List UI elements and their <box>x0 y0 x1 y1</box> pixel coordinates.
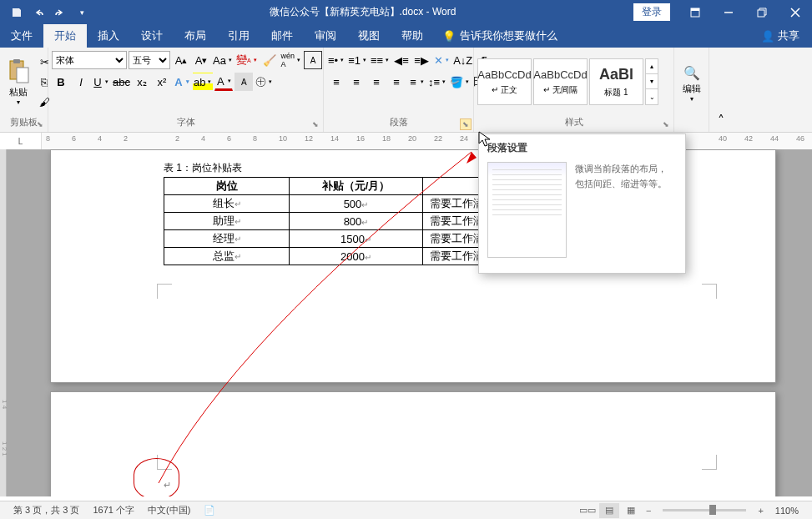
tab-design[interactable]: 设计 <box>130 24 174 48</box>
font-group: 宋体 五号 A▴ A▾ Aa 變A 🧹 wénA A B I U abc x₂ … <box>48 48 324 132</box>
tab-insert[interactable]: 插入 <box>87 24 130 48</box>
ribbon-tabs: 文件 开始 插入 设计 布局 引用 邮件 审阅 视图 帮助 💡 告诉我你想要做什… <box>0 24 812 48</box>
font-name-select[interactable]: 宋体 <box>52 51 127 69</box>
multilevel-list-button[interactable]: ≡≡ <box>370 51 391 69</box>
vertical-ruler[interactable]: 1 4 1 2 1 <box>0 149 7 496</box>
horizontal-ruler[interactable]: 8642246810121416182022244042444648 <box>42 133 812 149</box>
clipboard-launcher[interactable]: ⬊ <box>34 118 46 130</box>
ribbon-collapse-button[interactable]: ˄ <box>709 48 733 132</box>
align-right-button[interactable]: ≡ <box>367 73 386 91</box>
clear-formatting-button[interactable]: 🧹 <box>260 51 279 69</box>
line-spacing-button[interactable]: ↕≡ <box>427 73 447 91</box>
lightbulb-icon: 💡 <box>442 30 456 43</box>
style-scroll-down[interactable]: ▾ <box>646 74 658 89</box>
restore-button[interactable] <box>745 0 779 24</box>
tell-me-search[interactable]: 💡 告诉我你想要做什么 <box>434 28 557 43</box>
font-launcher[interactable]: ⬊ <box>310 118 321 130</box>
tab-mailings[interactable]: 邮件 <box>260 24 304 48</box>
document-table[interactable]: 表 1：岗位补贴表 岗位 补贴（元/月） 组长500需要工作满 助理800需要工… <box>164 161 507 265</box>
login-button[interactable]: 登录 <box>633 3 670 21</box>
window-controls: 登录 <box>633 0 812 24</box>
tab-view[interactable]: 视图 <box>347 24 391 48</box>
tab-references[interactable]: 引用 <box>217 24 260 48</box>
bold-button[interactable]: B <box>52 73 70 91</box>
align-center-button[interactable]: ≡ <box>347 73 366 91</box>
grow-font-button[interactable]: A▴ <box>172 51 190 69</box>
table-row: 总监2000需要工作满 <box>164 248 507 265</box>
clipboard-group: 粘贴 ▾ ✂ ⎘ 🖌 剪贴板 ⬊ <box>0 48 48 132</box>
italic-button[interactable]: I <box>72 73 90 91</box>
zoom-out-button[interactable]: − <box>643 506 654 516</box>
tab-selector[interactable]: L <box>0 133 42 149</box>
bullets-button[interactable]: ≡• <box>327 51 345 69</box>
character-shading-button[interactable]: A <box>235 73 253 91</box>
qat-customize-button[interactable]: ▾ <box>72 3 92 23</box>
highlight-button[interactable]: ab <box>193 73 213 91</box>
style-no-spacing[interactable]: AaBbCcDd ↵ 无间隔 <box>533 58 588 105</box>
font-size-select[interactable]: 五号 <box>129 51 170 69</box>
web-layout-button[interactable]: ▦ <box>621 503 641 518</box>
page-count[interactable]: 第 3 页，共 3 页 <box>7 504 86 516</box>
track-changes-icon[interactable]: 📄 <box>197 505 222 516</box>
redo-button[interactable] <box>50 3 70 23</box>
print-layout-button[interactable]: ▤ <box>599 503 619 518</box>
document-area[interactable]: 1 4 1 2 1 表 1：岗位补贴表 岗位 补贴（元/月） 组长500需要工作… <box>0 149 812 496</box>
text-effects-button[interactable]: A <box>173 73 191 91</box>
paste-icon <box>5 58 32 84</box>
svg-rect-1 <box>691 8 699 11</box>
enclose-characters-button[interactable]: ㊉ <box>255 73 274 91</box>
find-button[interactable]: 🔍 <box>683 64 701 83</box>
justify-button[interactable]: ≡ <box>387 73 406 91</box>
font-color-button[interactable]: A <box>214 73 233 91</box>
language[interactable]: 中文(中国) <box>141 504 197 516</box>
zoom-slider-thumb[interactable] <box>709 505 716 515</box>
change-case-button[interactable]: Aa <box>212 51 234 69</box>
share-button[interactable]: 👤 共享 <box>749 24 812 48</box>
mouse-cursor-icon <box>478 131 492 148</box>
tab-layout[interactable]: 布局 <box>174 24 217 48</box>
word-count[interactable]: 1671 个字 <box>86 504 141 516</box>
tab-home[interactable]: 开始 <box>43 24 87 48</box>
tooltip-title: 段落设置 <box>487 141 677 155</box>
tab-file[interactable]: 文件 <box>0 24 43 48</box>
strikethrough-button[interactable]: abc <box>112 73 131 91</box>
save-button[interactable] <box>7 3 27 23</box>
tab-help[interactable]: 帮助 <box>391 24 434 48</box>
minimize-button[interactable] <box>712 0 745 24</box>
style-gallery[interactable]: AaBbCcDd ↵ 正文 AaBbCcDd ↵ 无间隔 AaBl 标题 1 ▴… <box>477 57 658 107</box>
zoom-in-button[interactable]: + <box>754 506 766 516</box>
character-border-button[interactable]: A <box>304 51 322 69</box>
paragraph-launcher[interactable]: ⬊ <box>460 118 472 130</box>
ribbon-display-options[interactable] <box>678 0 712 24</box>
zoom-level[interactable]: 110% <box>769 506 805 516</box>
zoom-slider[interactable] <box>663 509 746 511</box>
align-left-button[interactable]: ≡ <box>327 73 345 91</box>
numbering-button[interactable]: ≡1 <box>347 51 368 69</box>
subscript-button[interactable]: x₂ <box>133 73 151 91</box>
decrease-indent-button[interactable]: ◀≡ <box>392 51 411 69</box>
paste-button[interactable]: 粘贴 ▾ <box>3 56 33 108</box>
pinyin-button[interactable]: wénA <box>280 51 303 69</box>
editing-group: 🔍 编辑 ▾ <box>674 48 709 132</box>
shading-button[interactable]: 🪣 <box>449 73 471 91</box>
style-scroll-up[interactable]: ▴ <box>646 59 658 74</box>
sort-button[interactable]: A↓Z <box>452 51 473 69</box>
close-button[interactable] <box>779 0 812 24</box>
read-mode-button[interactable]: ▭▭ <box>577 503 598 518</box>
style-normal[interactable]: AaBbCcDd ↵ 正文 <box>477 58 532 105</box>
share-icon: 👤 <box>761 30 774 43</box>
style-heading-1[interactable]: AaBl 标题 1 <box>589 58 643 105</box>
underline-button[interactable]: U <box>92 73 110 91</box>
asian-layout-button[interactable]: ✕ <box>432 51 451 69</box>
distributed-button[interactable]: ≡ <box>407 73 426 91</box>
increase-indent-button[interactable]: ≡▶ <box>412 51 431 69</box>
shrink-font-button[interactable]: A▾ <box>192 51 210 69</box>
superscript-button[interactable]: x² <box>153 73 171 91</box>
table-row: 经理1500需要工作满 <box>164 230 507 248</box>
undo-button[interactable] <box>28 3 48 23</box>
styles-launcher[interactable]: ⬊ <box>660 118 672 130</box>
phonetic-guide-button[interactable]: 變A <box>235 51 259 69</box>
style-expand[interactable]: ⌄ <box>646 89 658 104</box>
font-group-label: 字体 <box>52 114 320 130</box>
tab-review[interactable]: 审阅 <box>304 24 347 48</box>
